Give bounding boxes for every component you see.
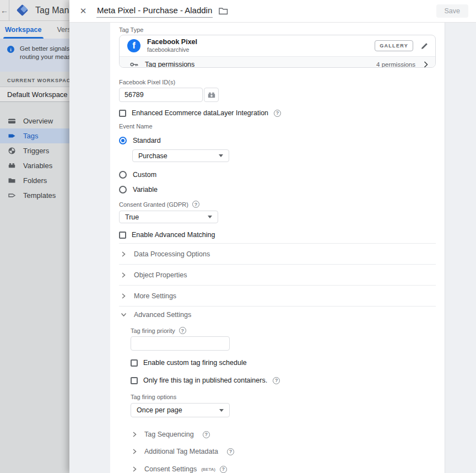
firing-priority-input[interactable] [131,336,230,351]
advanced-matching-row: Enable Advanced Matching [119,231,215,239]
chevron-right-icon [133,432,137,437]
enhanced-ecommerce-checkbox[interactable] [119,110,126,117]
subsection-label: Consent Settings [144,465,197,473]
consent-dropdown[interactable]: True [119,211,218,223]
gallery-badge[interactable]: GALLERY [375,40,413,51]
chevron-right-icon [424,61,428,68]
tag-type-label: Tag Type [119,26,143,33]
variable-picker-icon[interactable] [204,88,219,102]
tag-type-row[interactable]: f Facebook Pixel facebookarchive GALLERY [120,35,435,56]
edit-pencil-icon[interactable] [420,42,429,50]
advanced-matching-label: Enable Advanced Matching [132,231,215,239]
event-variable-row: Variable [119,186,158,194]
event-standard-row: Standard [119,137,161,144]
tag-name-field[interactable]: Meta Pixel - Purchase - Aladdin [96,4,213,18]
published-only-label: Only fire this tag in published containe… [143,377,267,384]
pixel-id-row [119,88,219,102]
subsection-consent-settings[interactable]: Consent Settings (BETA) ? [133,465,227,473]
radio-custom[interactable] [119,171,127,179]
pixel-id-label: Facebook Pixel ID(s) [119,79,175,85]
facebook-icon: f [127,39,140,52]
radio-variable[interactable] [119,186,127,194]
save-button[interactable]: Save [436,4,469,18]
tag-type-vendor: facebookarchive [147,46,197,53]
permissions-count: 4 permissions [376,61,415,68]
custom-schedule-label: Enable custom tag firing schedule [143,359,247,367]
standard-event-dropdown[interactable]: Purchase [132,149,229,162]
section-label: More Settings [134,292,176,300]
chevron-down-icon [121,313,127,316]
section-label: Data Processing Options [134,250,210,258]
section-data-processing[interactable]: Data Processing Options [119,243,436,264]
help-icon[interactable]: ? [273,377,280,384]
tag-permissions-label: Tag permissions [145,61,194,68]
section-label: Advanced Settings [134,311,191,319]
firing-options-value: Once per page [137,406,182,414]
help-icon[interactable]: ? [220,466,227,473]
tag-type-card: f Facebook Pixel facebookarchive GALLERY [119,35,436,68]
beta-tag: (BETA) [201,467,215,472]
subsection-label: Additional Tag Metadata [144,448,218,455]
firing-priority-label: Tag firing priority ? [131,327,186,334]
consent-label-text: Consent Granted (GDPR) [119,201,188,208]
subsection-additional-metadata[interactable]: Additional Tag Metadata ? [133,448,234,455]
advanced-settings-content: Tag firing priority ? Enable custom tag … [131,322,280,473]
section-advanced-settings[interactable]: Advanced Settings [119,306,436,322]
firing-priority-label-text: Tag firing priority [131,327,175,334]
dialog-body: Tag Type f Facebook Pixel facebookarchiv… [69,23,476,473]
close-icon[interactable]: ✕ [77,6,89,16]
chevron-right-icon [133,466,137,472]
dialog-header: ✕ Meta Pixel - Purchase - Aladdin Save [69,0,476,23]
consent-label: Consent Granted (GDPR) ? [119,201,199,208]
section-label: Object Properties [134,271,187,279]
consent-value: True [125,213,139,221]
help-icon[interactable]: ? [274,110,281,117]
pixel-id-input[interactable] [119,88,203,102]
collapsible-sections: Data Processing Options Object Propertie… [119,243,436,322]
subsection-tag-sequencing[interactable]: Tag Sequencing ? [133,431,210,438]
help-icon[interactable]: ? [179,327,186,334]
enhanced-ecommerce-row: Enhanced Ecommerce dataLayer Integration… [119,109,281,117]
chevron-right-icon [133,449,137,454]
firing-options-label: Tag firing options [131,394,176,400]
dropdown-caret-icon [208,216,212,218]
subsection-label: Tag Sequencing [144,431,194,438]
tag-config-panel: Tag Type f Facebook Pixel facebookarchiv… [110,23,445,473]
standard-event-value: Purchase [138,152,167,160]
dropdown-caret-icon [219,409,224,412]
section-object-properties[interactable]: Object Properties [119,264,436,285]
radio-standard-label: Standard [133,137,161,144]
move-to-folder-icon[interactable] [219,7,228,15]
tag-name: Meta Pixel - Purchase - Aladdin [97,6,212,15]
custom-schedule-row: Enable custom tag firing schedule [131,359,247,367]
tag-type-names: Facebook Pixel facebookarchive [147,38,197,53]
published-only-row: Only fire this tag in published containe… [131,377,280,384]
tag-permissions-row[interactable]: Tag permissions 4 permissions [120,56,435,68]
custom-schedule-checkbox[interactable] [131,359,138,367]
radio-custom-label: Custom [133,171,156,179]
published-only-checkbox[interactable] [131,377,138,384]
chevron-right-icon [122,251,126,257]
help-icon[interactable]: ? [203,431,210,438]
help-icon[interactable]: ? [227,448,234,455]
key-icon [130,62,139,67]
radio-standard[interactable] [119,137,127,144]
radio-variable-label: Variable [133,186,158,194]
event-custom-row: Custom [119,171,156,179]
tag-editor-dialog: ✕ Meta Pixel - Purchase - Aladdin Save T… [69,0,476,473]
event-name-label: Event Name [119,123,153,130]
chevron-right-icon [122,293,126,299]
enhanced-ecommerce-label: Enhanced Ecommerce dataLayer Integration [132,109,268,117]
help-icon[interactable]: ? [192,201,199,208]
dropdown-caret-icon [219,154,223,157]
tag-type-name: Facebook Pixel [147,38,197,46]
advanced-matching-checkbox[interactable] [119,232,126,239]
firing-options-dropdown[interactable]: Once per page [131,403,230,417]
chevron-right-icon [122,272,126,278]
section-more-settings[interactable]: More Settings [119,285,436,306]
